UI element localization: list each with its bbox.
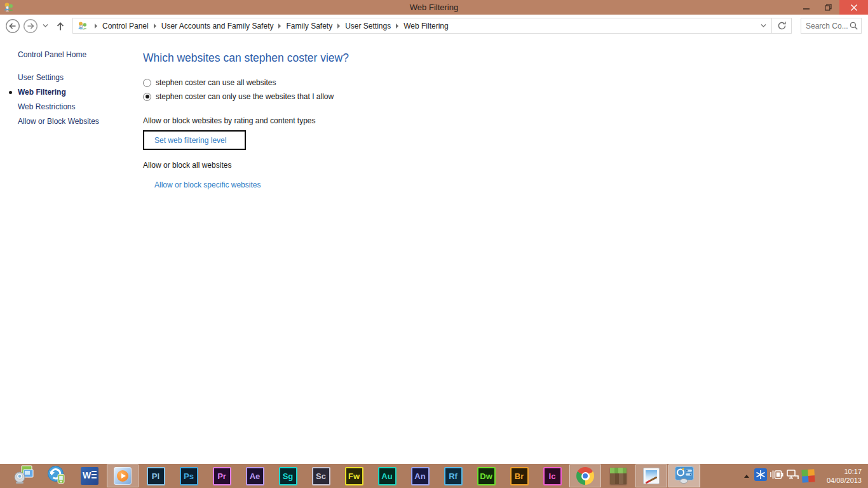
minecraft-icon: [610, 468, 627, 484]
taskbar-app-paint[interactable]: [635, 464, 667, 487]
breadcrumb-separator-icon: [95, 24, 97, 29]
tray-icon-antivirus[interactable]: [800, 464, 816, 487]
close-button[interactable]: [839, 0, 868, 15]
taskbar-app-windows-media-player[interactable]: [107, 464, 139, 487]
radio-button[interactable]: [143, 79, 151, 87]
taskbar-app-adobe-after-effects[interactable]: Ae: [239, 464, 271, 487]
taskbar-app-media-sync[interactable]: [41, 464, 72, 487]
taskbar-app-adobe-animate[interactable]: An: [404, 464, 436, 487]
minimize-button[interactable]: [795, 0, 817, 15]
adobe-dreamweaver-icon: Dw: [477, 467, 496, 485]
back-button[interactable]: [5, 18, 20, 34]
breadcrumb-item-user-settings[interactable]: User Settings: [332, 18, 391, 33]
forward-button[interactable]: [23, 18, 38, 34]
breadcrumb: Control Panel User Accounts and Family S…: [90, 18, 756, 33]
taskbar-app-webcam-photos[interactable]: [8, 464, 39, 487]
taskbar-app-adobe-prelude[interactable]: Pl: [140, 464, 172, 487]
adobe-reflow-icon: Rf: [444, 467, 463, 485]
address-dropdown-button[interactable]: [756, 18, 772, 33]
up-arrow-icon: [55, 20, 65, 32]
refresh-button[interactable]: [772, 18, 791, 33]
adobe-prelude-icon: Pl: [147, 467, 165, 485]
breadcrumb-separator-icon: [396, 24, 398, 29]
sidebar: Control Panel Home User Settings Web Fil…: [0, 37, 135, 129]
sidebar-item-control-panel-home[interactable]: Control Panel Home: [18, 48, 135, 62]
restore-button[interactable]: [817, 0, 839, 15]
taskbar-app-minecraft[interactable]: [602, 464, 634, 487]
sidebar-item-label: Web Restrictions: [18, 102, 75, 111]
taskbar-app-adobe-speedgrade[interactable]: Sg: [272, 464, 304, 487]
allow-block-specific-websites-link[interactable]: Allow or block specific websites: [154, 180, 261, 189]
taskbar-app-word[interactable]: W: [74, 464, 105, 487]
control-panel-taskbar-icon: [675, 466, 694, 484]
taskbar-app-adobe-scout[interactable]: Sc: [305, 464, 337, 487]
control-panel-icon: [77, 21, 88, 31]
breadcrumb-separator-icon: [278, 24, 281, 29]
tray-icon-power[interactable]: [768, 464, 784, 487]
snowflake-icon: [754, 468, 767, 481]
taskbar: W Pl Ps Pr Ae Sg: [0, 464, 868, 488]
breadcrumb-item-control-panel[interactable]: Control Panel: [90, 18, 149, 33]
system-tray: 10:17 04/08/2013: [741, 464, 868, 487]
active-bullet-icon: [9, 91, 12, 94]
rating-section-label: Allow or block websites by rating and co…: [143, 116, 588, 125]
recent-pages-button[interactable]: [41, 18, 50, 34]
adobe-photoshop-icon: Ps: [180, 467, 198, 485]
sidebar-item-label: Web Filtering: [18, 88, 66, 97]
taskbar-app-adobe-bridge[interactable]: Br: [503, 464, 535, 487]
taskbar-app-chrome[interactable]: [569, 464, 601, 487]
navigation-bar: Control Panel User Accounts and Family S…: [0, 15, 868, 37]
taskbar-app-adobe-photoshop[interactable]: Ps: [173, 464, 205, 487]
search-input[interactable]: [806, 22, 850, 30]
tray-icon-network[interactable]: [784, 464, 800, 487]
up-triangle-icon: [744, 475, 749, 478]
all-websites-section-label: Allow or block all websites: [143, 161, 588, 170]
show-hidden-icons-button[interactable]: [741, 464, 752, 487]
tray-clock[interactable]: 10:17 04/08/2013: [821, 467, 862, 485]
taskbar-app-adobe-reflow[interactable]: Rf: [437, 464, 469, 487]
adobe-animate-icon: An: [411, 467, 430, 485]
main-content: Which websites can stephen coster view? …: [143, 51, 588, 189]
breadcrumb-item-family-safety[interactable]: Family Safety: [273, 18, 332, 33]
taskbar-app-adobe-fireworks[interactable]: Fw: [338, 464, 370, 487]
tray-icon-deep-freeze[interactable]: [752, 464, 768, 487]
page-title: Which websites can stephen coster view?: [143, 51, 588, 65]
website-access-radios: stephen coster can use all websites step…: [143, 76, 588, 104]
up-button[interactable]: [53, 18, 67, 34]
sidebar-item-allow-or-block-websites[interactable]: Allow or Block Websites: [18, 114, 135, 129]
radio-button[interactable]: [143, 93, 151, 101]
antivirus-icon: [801, 469, 815, 482]
taskbar-app-control-panel[interactable]: [668, 464, 700, 487]
word-icon: W: [81, 467, 98, 485]
search-box: [801, 18, 862, 34]
chevron-down-icon: [43, 24, 48, 28]
webcam-photos-icon: [13, 465, 34, 484]
sidebar-item-label: Control Panel Home: [18, 50, 86, 59]
taskbar-app-adobe-audition[interactable]: Au: [371, 464, 403, 487]
adobe-audition-icon: Au: [378, 467, 397, 485]
set-web-filtering-level-button[interactable]: Set web filtering level: [143, 130, 246, 150]
taskbar-app-adobe-dreamweaver[interactable]: Dw: [470, 464, 502, 487]
breadcrumb-item-web-filtering[interactable]: Web Filtering: [391, 18, 448, 33]
minimize-icon: [803, 4, 810, 11]
sidebar-item-user-settings[interactable]: User Settings: [18, 71, 135, 85]
window-title: Web Filtering: [0, 3, 868, 12]
sidebar-item-web-filtering[interactable]: Web Filtering: [18, 85, 135, 100]
breadcrumb-item-user-accounts-and-family-safety[interactable]: User Accounts and Family Safety: [149, 18, 274, 33]
search-icon[interactable]: [850, 22, 858, 30]
taskbar-app-adobe-premiere[interactable]: Pr: [206, 464, 238, 487]
paint-icon: [643, 468, 660, 484]
adobe-incopy-icon: Ic: [543, 467, 562, 485]
taskbar-app-adobe-incopy[interactable]: Ic: [536, 464, 568, 487]
sidebar-item-web-restrictions[interactable]: Web Restrictions: [18, 100, 135, 114]
radio-option-stephen-coster-can-only-use-the-websites-that-i-allow[interactable]: stephen coster can only use the websites…: [143, 90, 588, 104]
radio-option-stephen-coster-can-use-all-websites[interactable]: stephen coster can use all websites: [143, 76, 588, 90]
network-icon: [785, 468, 799, 481]
radio-label: stephen coster can use all websites: [156, 78, 276, 87]
power-plug-icon: [770, 468, 783, 481]
sidebar-item-label: User Settings: [18, 73, 64, 82]
breadcrumb-separator-icon: [154, 24, 156, 29]
close-icon: [851, 4, 857, 11]
windows-media-player-icon: [114, 467, 132, 485]
chevron-down-icon: [761, 24, 766, 28]
